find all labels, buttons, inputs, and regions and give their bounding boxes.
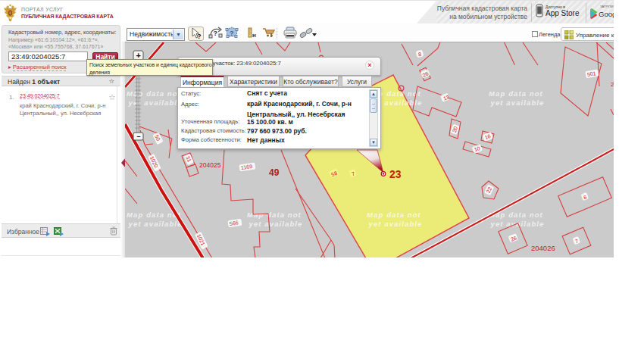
svg-text:App Store: App Store: [546, 9, 580, 17]
svg-text:yet available: yet available: [490, 98, 545, 107]
svg-text:yet available: yet available: [128, 98, 183, 107]
svg-text:ЗАГРУЗИ: ЗАГРУЗИ: [600, 5, 614, 8]
svg-text:Map data not: Map data not: [127, 89, 181, 98]
svg-text:204026: 204026: [531, 244, 555, 252]
svg-text:23: 23: [389, 168, 402, 180]
svg-text:?: ?: [230, 30, 234, 37]
svg-text:yet available: yet available: [368, 220, 423, 228]
svg-text:49: 49: [269, 167, 280, 178]
svg-text:13: 13: [442, 95, 450, 101]
svg-text:Map data not: Map data not: [489, 89, 543, 98]
svg-text:Goog: Goog: [599, 10, 614, 18]
svg-text:yet available: yet available: [249, 220, 303, 228]
svg-text:?: ?: [214, 30, 218, 37]
svg-text:yet available: yet available: [128, 220, 183, 228]
svg-text:2: 2: [611, 81, 614, 88]
svg-text:–: –: [137, 133, 141, 140]
svg-text:Map data not: Map data not: [367, 211, 421, 219]
svg-text:?: ?: [197, 33, 202, 40]
svg-text:Map data not: Map data not: [247, 211, 302, 219]
svg-text:н: н: [252, 32, 256, 39]
svg-text:204025: 204025: [199, 161, 221, 169]
